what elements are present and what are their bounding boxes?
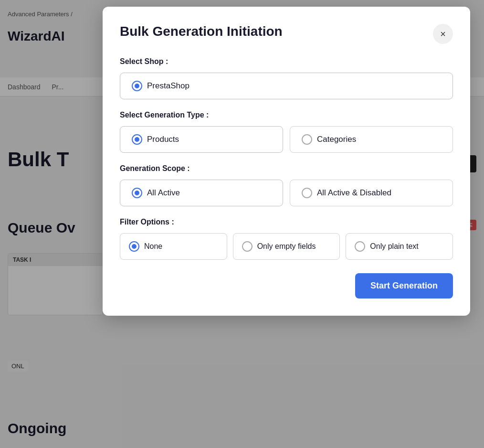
generation-scope-section: Generation Scope : All Active All Active… (120, 164, 453, 206)
all-active-disabled-label: All Active & Disabled (317, 188, 391, 198)
all-active-radio-circle (132, 188, 142, 198)
scope-option-all-active-disabled[interactable]: All Active & Disabled (290, 180, 453, 206)
generation-type-radio-group: Products Categories (120, 126, 453, 153)
prestashop-label: PrestaShop (147, 81, 189, 91)
products-label: Products (147, 135, 179, 144)
scope-radio-group: All Active All Active & Disabled (120, 180, 453, 206)
shop-radio-group: PrestaShop (120, 73, 453, 99)
bulk-generation-modal: Bulk Generation Initiation × Select Shop… (103, 7, 470, 316)
modal-title: Bulk Generation Initiation (120, 24, 283, 39)
shop-option-prestashop[interactable]: PrestaShop (120, 73, 453, 99)
close-button[interactable]: × (433, 24, 453, 44)
categories-radio-circle (302, 134, 312, 145)
type-option-categories[interactable]: Categories (290, 126, 453, 153)
modal-footer: Start Generation (120, 273, 453, 299)
only-plain-text-label: Only plain text (370, 242, 418, 251)
all-active-disabled-radio-circle (302, 188, 312, 198)
type-option-products[interactable]: Products (120, 126, 283, 153)
filter-option-none[interactable]: None (120, 233, 227, 260)
only-plain-text-radio-circle (355, 241, 365, 252)
generation-type-section: Select Generation Type : Products Catego… (120, 111, 453, 153)
generation-scope-label: Generation Scope : (120, 164, 453, 173)
filter-option-only-plain-text[interactable]: Only plain text (346, 233, 453, 260)
none-radio-circle (129, 241, 139, 252)
categories-label: Categories (317, 135, 356, 144)
filter-options-label: Filter Options : (120, 218, 453, 226)
modal-header: Bulk Generation Initiation × (120, 24, 453, 44)
products-radio-circle (132, 134, 142, 145)
filter-options-group: None Only empty fields Only plain text (120, 233, 453, 260)
filter-options-section: Filter Options : None Only empty fields … (120, 218, 453, 260)
select-shop-section: Select Shop : PrestaShop (120, 57, 453, 99)
filter-option-only-empty-fields[interactable]: Only empty fields (233, 233, 340, 260)
select-shop-label: Select Shop : (120, 57, 453, 66)
scope-option-all-active[interactable]: All Active (120, 180, 283, 206)
only-empty-fields-label: Only empty fields (257, 242, 316, 251)
all-active-label: All Active (147, 188, 180, 198)
start-generation-button[interactable]: Start Generation (355, 273, 453, 299)
only-empty-fields-radio-circle (242, 241, 253, 252)
prestashop-radio-circle (132, 81, 142, 91)
generation-type-label: Select Generation Type : (120, 111, 453, 119)
none-label: None (144, 242, 162, 251)
